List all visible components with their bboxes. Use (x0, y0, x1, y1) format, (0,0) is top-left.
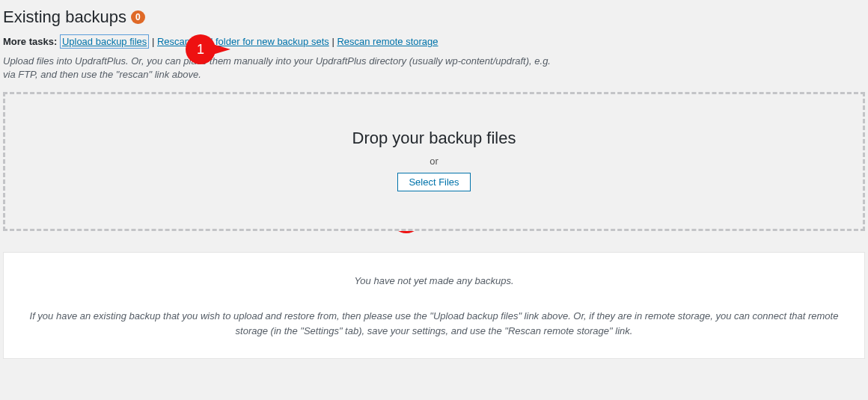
upload-backup-files-link[interactable]: Upload backup files (60, 34, 149, 49)
backup-count-badge: 0 (131, 10, 145, 24)
no-backups-message: You have not yet made any backups. (26, 274, 842, 289)
dropzone-or-label: or (13, 156, 855, 167)
section-heading-row: Existing backups 0 (3, 7, 865, 27)
page-title: Existing backups (3, 7, 126, 27)
rescan-local-link[interactable]: Rescan local folder for new backup sets (157, 36, 329, 47)
select-files-button[interactable]: Select Files (397, 173, 470, 191)
rescan-remote-link[interactable]: Rescan remote storage (337, 36, 438, 47)
existing-backup-hint: If you have an existing backup that you … (26, 309, 842, 339)
separator: | (152, 36, 157, 47)
upload-dropzone[interactable]: Drop your backup files or Select Files (3, 92, 865, 231)
upload-help-text: Upload files into UpdraftPlus. Or, you c… (3, 55, 557, 81)
more-tasks-row: More tasks: Upload backup files | Rescan… (3, 36, 865, 47)
more-tasks-label: More tasks: (3, 36, 57, 47)
no-backups-panel: You have not yet made any backups. If yo… (3, 252, 865, 358)
dropzone-title: Drop your backup files (13, 129, 855, 148)
